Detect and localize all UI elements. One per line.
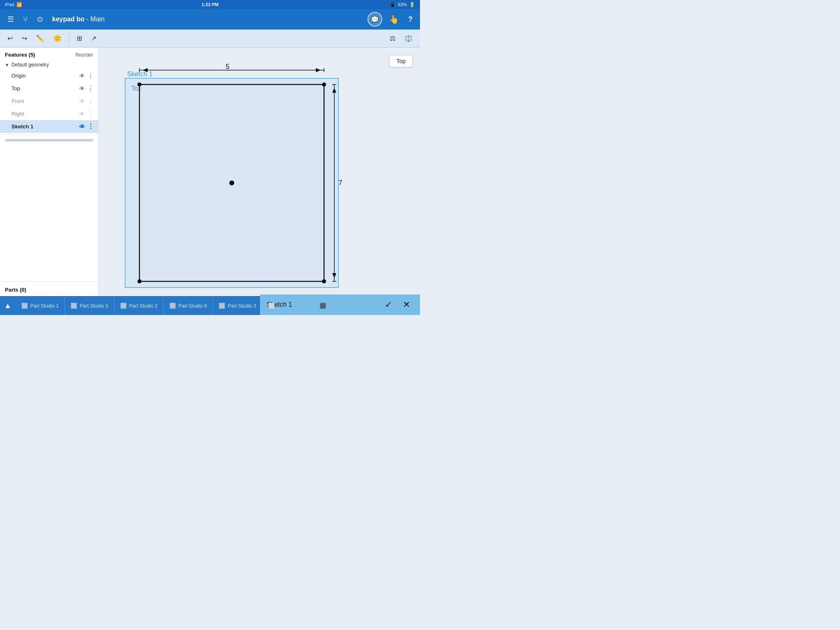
view-label-button[interactable]: Top xyxy=(389,55,413,67)
history-button[interactable]: ⊙ xyxy=(34,12,46,26)
tab-ps6-icon: ⬜ xyxy=(169,303,176,309)
svg-text:7: 7 xyxy=(338,179,342,187)
toolbar-right: ⚖ ⚖️ xyxy=(386,32,416,45)
tab-part-studio-6[interactable]: ⬜ Part Studio 6 xyxy=(164,297,213,315)
menu-button[interactable]: ☰ xyxy=(5,12,16,26)
main-area: Features (5) Reorder ▼ Default geometry … xyxy=(0,48,420,296)
svg-point-2 xyxy=(229,180,234,185)
right-more-icon[interactable]: ⋮ xyxy=(87,110,94,118)
sidebar-divider-2 xyxy=(0,281,98,282)
tab-ps1-icon: ⬜ xyxy=(21,303,28,309)
tab-as1-icon: ⬛ xyxy=(320,303,326,309)
tab-ps4-icon: ⬜ xyxy=(268,303,275,309)
sidebar-space xyxy=(0,144,98,280)
measure-button[interactable]: ⚖ xyxy=(386,32,399,45)
top-label: Top xyxy=(11,85,79,91)
tab-ps2-icon: ⬜ xyxy=(120,303,127,309)
sketch1-more-icon[interactable]: ⋮ xyxy=(87,123,94,130)
front-label: Front xyxy=(11,98,79,104)
layout-button[interactable]: ⊞ xyxy=(73,32,85,45)
tab-ps6-label: Part Studio 6 xyxy=(178,303,207,309)
status-time: 1:23 PM xyxy=(201,2,219,7)
document-title: keypad bo - Main xyxy=(52,16,363,23)
branch-button[interactable]: ⑂ xyxy=(21,12,30,27)
redo-button[interactable]: ↪ xyxy=(18,32,30,45)
right-visibility-icon[interactable]: 👁 xyxy=(79,111,85,117)
emoji-button[interactable]: 🙂 xyxy=(50,32,65,45)
balance-button[interactable]: ⚖️ xyxy=(401,32,416,45)
battery-label: 63% xyxy=(398,2,407,7)
features-label: Features (5) xyxy=(5,52,35,58)
sketch-confirm-close[interactable]: ✕ xyxy=(399,298,413,312)
sketch1-visibility-icon[interactable]: 👁 xyxy=(79,123,85,130)
title-sub: - Main xyxy=(87,16,105,23)
tab-ps1-label: Part Studio 1 xyxy=(30,303,59,309)
sketch-svg: Sketch 1 Top 5 7 xyxy=(111,64,373,296)
pencil-button[interactable]: ✏️ xyxy=(33,32,48,45)
bluetooth-icon: 📱 xyxy=(390,2,395,7)
tab-ps3-icon: ⬜ xyxy=(219,303,225,309)
header: ☰ ⑂ ⊙ keypad bo - Main 💬 👆 ? xyxy=(0,9,420,30)
reorder-button[interactable]: Reorder xyxy=(75,52,93,58)
toolbar: ↩ ↪ ✏️ 🙂 ⊞ ↗ ⚖ ⚖️ xyxy=(0,30,420,48)
origin-more-icon[interactable]: ⋮ xyxy=(87,72,94,80)
title-main: keypad bo xyxy=(52,16,84,23)
tab-part-studio-2[interactable]: ⬜ Part Studio 2 xyxy=(114,297,164,315)
status-left: iPad 📶 xyxy=(5,2,22,7)
tab-up-button[interactable]: ▲ xyxy=(0,301,16,310)
help-button[interactable]: ? xyxy=(406,13,415,26)
device-label: iPad xyxy=(5,2,14,7)
sketch-label: Sketch 1 xyxy=(127,71,153,78)
sidebar-item-sketch1[interactable]: Sketch 1 👁 ⋮ xyxy=(0,120,98,133)
default-geometry-label: Default geometry xyxy=(11,62,49,68)
origin-visibility-icon[interactable]: 👁 xyxy=(79,73,85,79)
features-header: Features (5) Reorder xyxy=(0,48,98,60)
right-label: Right xyxy=(11,111,79,117)
top-visibility-icon[interactable]: 👁 xyxy=(79,85,85,92)
svg-point-15 xyxy=(137,82,142,87)
default-geometry-header[interactable]: ▼ Default geometry xyxy=(0,60,98,69)
canvas[interactable]: Sketch 1 Top 5 7 xyxy=(98,48,420,296)
wifi-icon: 📶 xyxy=(16,2,22,7)
tab-ps3-label: Part Studio 3 xyxy=(228,303,256,309)
svg-marker-7 xyxy=(316,68,321,72)
status-bar: iPad 📶 1:23 PM 📱 63% 🔋 xyxy=(0,0,420,9)
status-right: 📱 63% 🔋 xyxy=(390,2,415,7)
svg-text:5: 5 xyxy=(226,64,229,71)
front-more-icon[interactable]: ⋮ xyxy=(87,97,94,105)
tab-part-studio-3[interactable]: ⬜ Part Studio 3 xyxy=(213,297,262,315)
tab-ps5-label: Part Studio 5 xyxy=(80,303,108,309)
sketch1-label: Sketch 1 xyxy=(11,123,79,130)
sidebar-item-origin[interactable]: Origin 👁 ⋮ xyxy=(0,69,98,82)
front-visibility-icon[interactable]: 👁 xyxy=(79,98,85,105)
undo-button[interactable]: ↩ xyxy=(4,32,16,45)
touch-button[interactable]: 👆 xyxy=(386,12,402,27)
chevron-down-icon: ▼ xyxy=(5,63,9,67)
svg-point-16 xyxy=(322,82,326,87)
svg-point-18 xyxy=(322,279,326,283)
sidebar-item-top[interactable]: Top 👁 ⋮ xyxy=(0,82,98,95)
toolbar-separator-1 xyxy=(69,33,69,44)
sidebar: Features (5) Reorder ▼ Default geometry … xyxy=(0,48,98,296)
chat-button[interactable]: 💬 xyxy=(368,12,382,27)
origin-label: Origin xyxy=(11,73,79,79)
sketch-confirm-bar: Sketch 1 ✓ ✕ xyxy=(260,294,420,315)
battery-icon: 🔋 xyxy=(409,2,415,7)
tab-part-studio-5[interactable]: ⬜ Part Studio 5 xyxy=(65,297,114,315)
arrow-button[interactable]: ↗ xyxy=(88,32,100,45)
sidebar-progress xyxy=(5,139,93,142)
sketch-confirm-check[interactable]: ✓ xyxy=(381,298,395,312)
parts-header: Parts (0) xyxy=(0,283,98,296)
svg-point-17 xyxy=(137,279,142,283)
top-more-icon[interactable]: ⋮ xyxy=(87,84,94,92)
sidebar-divider xyxy=(0,135,98,135)
tab-ps2-label: Part Studio 2 xyxy=(129,303,158,309)
tab-ps5-icon: ⬜ xyxy=(71,303,77,309)
tab-part-studio-1[interactable]: ⬜ Part Studio 1 xyxy=(16,297,65,315)
sidebar-item-right[interactable]: Right 👁 ⋮ xyxy=(0,107,98,120)
sidebar-item-front[interactable]: Front 👁 ⋮ xyxy=(0,95,98,107)
